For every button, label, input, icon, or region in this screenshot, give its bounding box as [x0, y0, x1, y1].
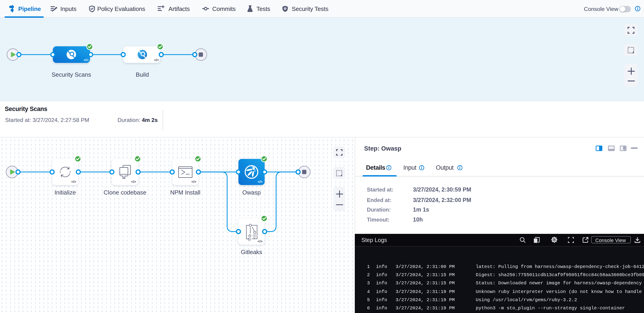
- svg-text:Build: Build: [136, 71, 149, 78]
- svg-text:</>: </>: [258, 180, 262, 184]
- svg-text:</>: </>: [131, 180, 136, 184]
- svg-text:Owasp: Owasp: [242, 189, 261, 196]
- svg-text:Initialize: Initialize: [54, 189, 76, 196]
- svg-text:</>: </>: [258, 239, 262, 243]
- svg-text:</>: </>: [84, 58, 88, 62]
- svg-text:</>: </>: [71, 180, 76, 184]
- svg-text:Clone codebase: Clone codebase: [104, 189, 146, 196]
- svg-text:</>: </>: [154, 58, 159, 62]
- svg-text:NPM Install: NPM Install: [170, 189, 200, 196]
- svg-text:Gitleaks: Gitleaks: [241, 249, 262, 256]
- svg-text:Security Scans: Security Scans: [52, 71, 91, 78]
- svg-text:</>: </>: [192, 180, 196, 184]
